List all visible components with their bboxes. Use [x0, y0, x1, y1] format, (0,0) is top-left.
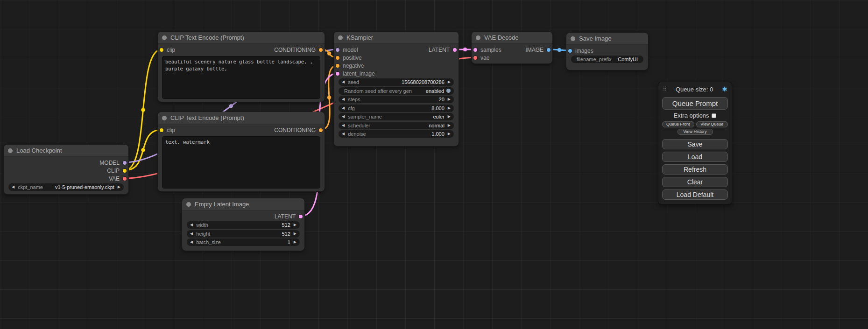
view-history-button[interactable]: View History [677, 129, 713, 135]
clip-output-port[interactable] [123, 169, 127, 173]
prompt-textarea[interactable]: text, watermark [162, 136, 320, 189]
conditioning-output-port[interactable] [319, 48, 323, 52]
positive-input-port[interactable] [336, 56, 339, 60]
collapse-dot-icon[interactable] [162, 35, 167, 40]
arrow-right-icon[interactable]: ▶ [448, 115, 451, 119]
latent-output-port[interactable] [299, 215, 303, 218]
arrow-right-icon[interactable]: ▶ [448, 98, 451, 101]
samples-input-port[interactable] [473, 48, 477, 52]
arrow-left-icon[interactable]: ◀ [342, 80, 345, 84]
latent-image-input-port[interactable] [336, 72, 339, 76]
node-titlebar[interactable]: CLIP Text Encode (Prompt) [158, 112, 325, 124]
extra-options-checkbox[interactable] [712, 113, 716, 118]
collapse-dot-icon[interactable] [186, 202, 191, 207]
arrow-right-icon[interactable]: ▶ [448, 124, 451, 127]
arrow-left-icon[interactable]: ◀ [342, 124, 345, 127]
widget-sampler-name[interactable]: ◀ sampler_name euler ▶ [339, 113, 454, 120]
node-titlebar[interactable]: Load Checkpoint [4, 145, 128, 157]
node-save-image[interactable]: Save Image images filename_prefix ComfyU… [566, 33, 648, 70]
clip-input-port[interactable] [160, 128, 163, 132]
vae-input-port[interactable] [473, 56, 477, 60]
widget-label: sampler_name [348, 114, 382, 119]
node-ksampler[interactable]: KSampler model LATENT positive [334, 32, 459, 146]
arrow-left-icon[interactable]: ◀ [342, 115, 345, 119]
refresh-button[interactable]: Refresh [662, 164, 728, 175]
view-queue-button[interactable]: View Queue [696, 121, 728, 127]
arrow-right-icon[interactable]: ▶ [294, 240, 296, 244]
widget-value: 1 [288, 239, 290, 245]
arrow-right-icon[interactable]: ▶ [294, 232, 296, 236]
node-titlebar[interactable]: CLIP Text Encode (Prompt) [158, 32, 325, 44]
image-output-port[interactable] [547, 48, 550, 52]
node-load-checkpoint[interactable]: Load Checkpoint MODEL CLIP VAE [4, 145, 128, 194]
node-empty-latent-image[interactable]: Empty Latent Image LATENT ◀ width 512 ▶ … [182, 198, 304, 251]
queue-prompt-button[interactable]: Queue Prompt [662, 97, 728, 110]
load-default-button[interactable]: Load Default [662, 189, 728, 200]
queue-menu-panel: ⠿ Queue size: 0 ✱ Queue Prompt Extra opt… [658, 82, 732, 204]
input-slot-vae: vae [472, 54, 552, 62]
node-titlebar[interactable]: Save Image [566, 33, 648, 45]
load-button[interactable]: Load [662, 152, 728, 162]
node-title: CLIP Text Encode (Prompt) [170, 114, 244, 121]
widget-cfg[interactable]: ◀ cfg 8.000 ▶ [339, 105, 454, 112]
widget-random-seed-toggle[interactable]: Random seed after every gen enabled [339, 87, 454, 95]
model-input-port[interactable] [336, 48, 339, 52]
node-clip-text-encode-negative[interactable]: CLIP Text Encode (Prompt) clip CONDITION… [158, 112, 325, 191]
images-input-port[interactable] [568, 49, 572, 53]
widget-scheduler[interactable]: ◀ scheduler normal ▶ [339, 122, 454, 129]
collapse-dot-icon[interactable] [476, 35, 480, 40]
arrow-right-icon[interactable]: ▶ [294, 223, 296, 227]
drag-handle-icon[interactable]: ⠿ [663, 86, 667, 92]
clear-button[interactable]: Clear [662, 177, 728, 187]
queue-front-button[interactable]: Queue Front [662, 121, 694, 127]
node-vae-decode[interactable]: VAE Decode samples IMAGE vae [472, 32, 552, 63]
prompt-textarea[interactable]: beautiful scenery nature glass bottle la… [162, 56, 320, 99]
node-titlebar[interactable]: Empty Latent Image [182, 198, 304, 210]
slot-label: positive [343, 55, 362, 61]
arrow-left-icon[interactable]: ◀ [342, 106, 345, 110]
wire-midpoint-checkpoint-clip-to-negative-clip [141, 148, 145, 152]
arrow-right-icon[interactable]: ▶ [448, 106, 451, 110]
negative-input-port[interactable] [336, 64, 339, 68]
clip-input-port[interactable] [160, 48, 163, 52]
widget-filename-prefix[interactable]: filename_prefix ComfyUI [571, 56, 643, 63]
node-graph-canvas[interactable]: Load Checkpoint MODEL CLIP VAE [0, 0, 868, 329]
widget-seed[interactable]: ◀ seed 156680208700286 ▶ [339, 78, 454, 86]
collapse-dot-icon[interactable] [571, 36, 575, 41]
arrow-left-icon[interactable]: ◀ [342, 98, 345, 101]
node-clip-text-encode-positive[interactable]: CLIP Text Encode (Prompt) clip CONDITION… [158, 32, 325, 102]
toggle-dot-icon[interactable] [446, 89, 451, 93]
node-titlebar[interactable]: VAE Decode [472, 32, 552, 44]
collapse-dot-icon[interactable] [338, 35, 343, 40]
widget-label: ckpt_name [18, 184, 43, 190]
arrow-left-icon[interactable]: ◀ [190, 232, 193, 236]
widget-batch-size[interactable]: ◀ batch_size 1 ▶ [187, 238, 300, 246]
widget-steps[interactable]: ◀ steps 20 ▶ [339, 96, 454, 103]
widget-height[interactable]: ◀ height 512 ▶ [187, 230, 300, 238]
slot-row: clip CONDITIONING [158, 46, 325, 54]
arrow-left-icon[interactable]: ◀ [342, 132, 345, 136]
collapse-dot-icon[interactable] [8, 148, 13, 153]
widget-value: normal [429, 123, 445, 128]
settings-gear-icon[interactable]: ✱ [722, 85, 727, 93]
arrow-left-icon[interactable]: ◀ [12, 185, 14, 189]
widget-label: height [196, 231, 210, 237]
wire-checkpoint-clip-to-negative-clip [125, 130, 162, 170]
latent-output-port[interactable] [453, 48, 457, 52]
slot-row: samples IMAGE [472, 46, 552, 54]
arrow-right-icon[interactable]: ▶ [118, 185, 120, 189]
widget-denoise[interactable]: ◀ denoise 1.000 ▶ [339, 130, 454, 138]
collapse-dot-icon[interactable] [162, 116, 167, 120]
vae-output-port[interactable] [123, 177, 127, 181]
arrow-left-icon[interactable]: ◀ [190, 240, 193, 244]
widget-value: 8.000 [431, 105, 445, 111]
node-titlebar[interactable]: KSampler [334, 32, 459, 44]
arrow-left-icon[interactable]: ◀ [190, 223, 193, 227]
conditioning-output-port[interactable] [319, 128, 323, 132]
model-output-port[interactable] [123, 161, 127, 165]
arrow-right-icon[interactable]: ▶ [448, 132, 451, 136]
save-button[interactable]: Save [662, 139, 728, 149]
widget-width[interactable]: ◀ width 512 ▶ [187, 221, 300, 229]
widget-ckpt-name[interactable]: ◀ ckpt_name v1-5-pruned-emaonly.ckpt ▶ [8, 183, 124, 191]
arrow-right-icon[interactable]: ▶ [448, 80, 451, 84]
